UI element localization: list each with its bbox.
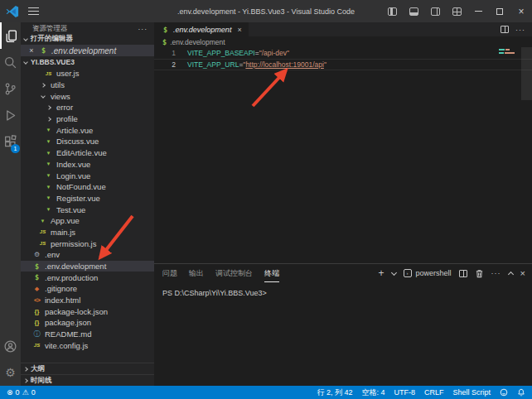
tree-item-profile[interactable]: profile bbox=[21, 113, 154, 125]
tree-item-article-vue[interactable]: ▼Article.vue bbox=[21, 124, 154, 136]
account-icon[interactable] bbox=[0, 333, 21, 359]
open-editors-section[interactable]: 打开的编辑器 bbox=[21, 33, 154, 45]
url-link[interactable]: http://localhost:19001/api bbox=[245, 60, 324, 69]
warning-count[interactable]: 0 bbox=[31, 388, 36, 397]
shell-label[interactable]: powershell bbox=[416, 269, 452, 277]
settings-gear-icon[interactable]: ⚙ bbox=[0, 359, 21, 386]
tree-item-register-vue[interactable]: ▼Register.vue bbox=[21, 193, 154, 204]
tree-item-utils[interactable]: utils bbox=[21, 79, 154, 91]
close-panel-icon[interactable]: × bbox=[520, 268, 525, 278]
timeline-section[interactable]: 时间线 bbox=[21, 374, 154, 386]
tree-item-label: package-lock.json bbox=[45, 307, 108, 316]
tree-item-user-js[interactable]: JSuser.js bbox=[21, 68, 154, 79]
eol-sequence[interactable]: CRLF bbox=[424, 388, 444, 397]
tree-item-readme-md[interactable]: ⓘREADME.md bbox=[21, 329, 154, 340]
feedback-icon[interactable] bbox=[500, 388, 508, 397]
tree-item-package-lock-json[interactable]: {}package-lock.json bbox=[21, 305, 154, 317]
tree-item-label: README.md bbox=[45, 329, 91, 339]
minimize-icon[interactable] bbox=[467, 0, 489, 22]
maximize-panel-icon[interactable] bbox=[508, 272, 514, 277]
menu-icon[interactable] bbox=[28, 7, 39, 15]
project-root-section[interactable]: YI.BBS.VUE3 bbox=[21, 56, 154, 68]
activity-bar: 1 ⚙ bbox=[0, 22, 21, 386]
tab-env-development[interactable]: $ .env.development × bbox=[154, 22, 249, 36]
vscode-logo-icon bbox=[6, 5, 19, 18]
explorer-icon[interactable] bbox=[0, 22, 21, 49]
tree-item-editarticle-vue[interactable]: ▼EditArticle.vue bbox=[21, 147, 154, 159]
vue-icon: ▼ bbox=[46, 207, 51, 212]
tree-item-views[interactable]: views bbox=[21, 90, 154, 102]
tree-item--env[interactable]: ⚙.env bbox=[21, 249, 154, 261]
toggle-panel-icon[interactable] bbox=[403, 0, 424, 22]
split-terminal-icon[interactable] bbox=[459, 270, 467, 277]
js-icon: JS bbox=[46, 71, 51, 76]
tree-item--gitignore[interactable]: ◆.gitignore bbox=[21, 283, 154, 295]
tree-item-error[interactable]: error bbox=[21, 102, 154, 113]
tree-item--env-production[interactable]: $.env.production bbox=[21, 272, 154, 283]
close-icon[interactable]: × bbox=[510, 0, 532, 22]
terminal-prompt: PS D:\CSharp\Yi\Yi.BBS.Vue3> bbox=[162, 289, 267, 297]
tab-terminal[interactable]: 终端 bbox=[264, 265, 279, 282]
tree-item-label: index.html bbox=[45, 296, 80, 305]
toggle-secondary-sidebar-icon[interactable] bbox=[424, 0, 446, 22]
open-editor-item-env-development[interactable]: × $ .env.development bbox=[21, 45, 154, 56]
outline-section[interactable]: 大纲 bbox=[21, 363, 154, 374]
code-editor[interactable]: 1 VITE_APP_BASEAPI="/api-dev" 2 VITE_APP… bbox=[154, 47, 532, 263]
breadcrumb-item: .env.development bbox=[170, 38, 225, 46]
tree-item-label: Login.vue bbox=[56, 171, 90, 180]
panel-more-actions-icon[interactable]: ··· bbox=[491, 269, 501, 277]
indentation[interactable]: 空格: 4 bbox=[361, 387, 384, 398]
language-mode[interactable]: Shell Script bbox=[452, 388, 491, 397]
tree-item-index-html[interactable]: <>index.html bbox=[21, 295, 154, 306]
tree-item-index-vue[interactable]: ▼Index.vue bbox=[21, 159, 154, 171]
editor-scrollbar[interactable] bbox=[521, 47, 532, 100]
tree-item-main-js[interactable]: JSmain.js bbox=[21, 227, 154, 238]
split-editor-icon[interactable] bbox=[501, 26, 509, 33]
toggle-primary-sidebar-icon[interactable] bbox=[381, 0, 403, 22]
outline-label: 大纲 bbox=[31, 364, 45, 374]
kill-terminal-icon[interactable] bbox=[475, 269, 484, 278]
tree-item-label: .env.development bbox=[45, 262, 106, 271]
search-icon[interactable] bbox=[0, 49, 21, 75]
js-icon: JS bbox=[40, 229, 46, 234]
notifications-bell-icon[interactable] bbox=[517, 388, 525, 397]
tab-output[interactable]: 输出 bbox=[189, 265, 204, 281]
powershell-terminal-icon[interactable]: › bbox=[404, 269, 412, 277]
tab-problems[interactable]: 问题 bbox=[162, 265, 177, 281]
source-control-icon[interactable] bbox=[0, 75, 21, 102]
terminal[interactable]: PS D:\CSharp\Yi\Yi.BBS.Vue3> bbox=[154, 282, 532, 386]
error-count[interactable]: 0 bbox=[16, 388, 20, 397]
tree-item-login-vue[interactable]: ▼Login.vue bbox=[21, 170, 154, 181]
js-icon: JS bbox=[40, 241, 46, 246]
tree-item--env-development[interactable]: $.env.development bbox=[21, 261, 154, 272]
vue-icon: ▼ bbox=[46, 173, 51, 178]
maximize-icon[interactable] bbox=[489, 0, 510, 22]
json-icon: {} bbox=[35, 319, 40, 326]
vue-icon: ▼ bbox=[46, 195, 51, 200]
tree-item-package-json[interactable]: {}package.json bbox=[21, 317, 154, 329]
vue-icon: ▼ bbox=[46, 151, 51, 156]
terminal-dropdown-icon[interactable] bbox=[390, 269, 396, 275]
editor-more-actions-icon[interactable]: ··· bbox=[515, 26, 525, 34]
run-and-debug-icon[interactable] bbox=[0, 102, 21, 128]
explorer-more-actions-icon[interactable]: ··· bbox=[138, 25, 148, 33]
tree-item-notfound-vue[interactable]: ▼NotFound.vue bbox=[21, 181, 154, 193]
tree-item-label: main.js bbox=[51, 228, 75, 237]
close-icon[interactable]: × bbox=[237, 26, 241, 34]
minimap[interactable] bbox=[499, 49, 519, 55]
tab-debug-console[interactable]: 调试控制台 bbox=[215, 265, 253, 281]
tree-item-discuss-vue[interactable]: ▼Discuss.vue bbox=[21, 136, 154, 147]
tree-item-app-vue[interactable]: ▼App.vue bbox=[21, 215, 154, 227]
timeline-label: 时间线 bbox=[31, 376, 52, 386]
tree-item-permission-js[interactable]: JSpermission.js bbox=[21, 238, 154, 249]
breadcrumb[interactable]: $ .env.development bbox=[154, 36, 532, 47]
extensions-icon[interactable]: 1 bbox=[0, 128, 21, 155]
tree-item-vite-config-js[interactable]: JSvite.config.js bbox=[21, 340, 154, 352]
encoding[interactable]: UTF-8 bbox=[394, 388, 415, 397]
vue-icon: ▼ bbox=[41, 219, 46, 224]
customize-layout-icon[interactable] bbox=[446, 0, 467, 22]
tree-item-test-vue[interactable]: ▼Test.vue bbox=[21, 204, 154, 215]
new-terminal-icon[interactable]: + bbox=[379, 268, 384, 278]
cursor-position[interactable]: 行 2, 列 42 bbox=[317, 387, 352, 398]
close-icon[interactable]: × bbox=[27, 46, 36, 55]
